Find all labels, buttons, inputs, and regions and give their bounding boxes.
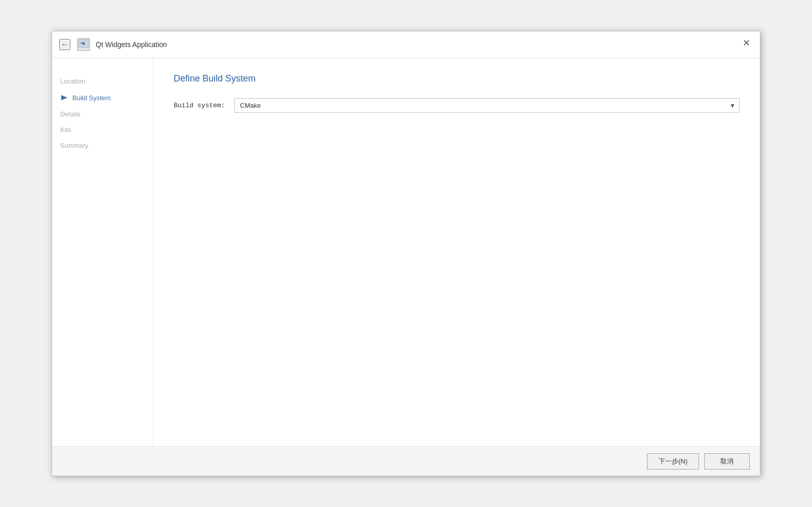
sidebar-item-details[interactable]: Details — [52, 106, 153, 122]
title-bar: ← Qt Widgets Application ✕ — [52, 31, 760, 58]
app-icon — [75, 36, 92, 53]
sidebar-item-summary-label: Summary — [60, 142, 89, 149]
sidebar-item-kits-label: Kits — [60, 126, 71, 134]
cancel-button[interactable]: 取消 — [704, 453, 750, 470]
sidebar: Location Build System Details Kits Summa… — [52, 58, 153, 446]
sidebar-item-location-label: Location — [60, 77, 85, 85]
build-system-select-wrapper: CMake qmake Qbs ▼ — [234, 98, 740, 113]
main-content: Define Build System Build system: CMake … — [153, 58, 760, 446]
svg-marker-4 — [61, 95, 67, 100]
dialog-footer: 下一步(N) 取消 — [52, 446, 760, 476]
back-button[interactable]: ← — [59, 39, 70, 50]
build-system-row: Build system: CMake qmake Qbs ▼ — [174, 98, 740, 113]
sidebar-item-summary[interactable]: Summary — [52, 138, 153, 153]
current-arrow-icon — [60, 93, 69, 102]
build-system-label: Build system: — [174, 102, 234, 109]
dialog-body: Location Build System Details Kits Summa… — [52, 58, 760, 446]
next-button[interactable]: 下一步(N) — [647, 453, 699, 470]
dialog-title: Qt Widgets Application — [96, 40, 167, 49]
sidebar-item-build-system[interactable]: Build System — [52, 89, 153, 106]
sidebar-item-details-label: Details — [60, 110, 80, 118]
sidebar-item-build-system-label: Build System — [72, 94, 111, 102]
qt-icon — [76, 37, 91, 52]
close-button[interactable]: ✕ — [740, 36, 753, 50]
main-dialog: ← Qt Widgets Application ✕ Location — [52, 31, 760, 476]
sidebar-item-location[interactable]: Location — [52, 73, 153, 89]
sidebar-item-kits[interactable]: Kits — [52, 122, 153, 138]
build-system-select[interactable]: CMake qmake Qbs — [234, 98, 740, 113]
section-title: Define Build System — [174, 73, 740, 84]
